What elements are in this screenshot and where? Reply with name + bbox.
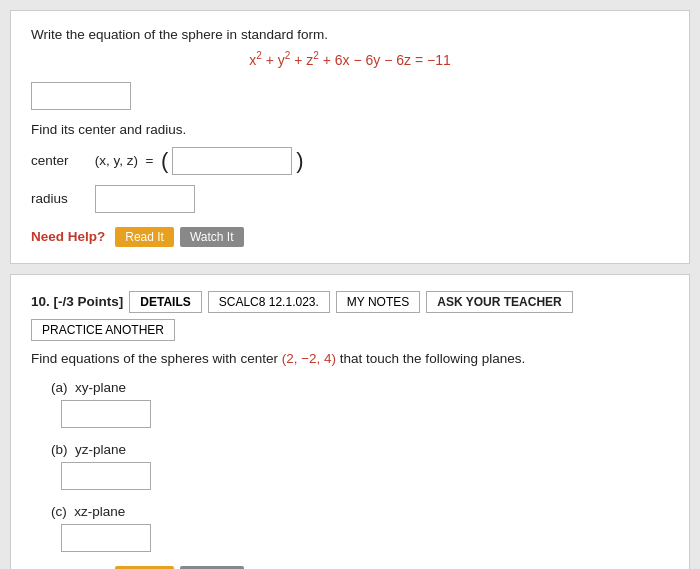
q9-need-help-row: Need Help? Read It Watch It	[31, 227, 669, 247]
q10-part-a: (a) xy-plane	[51, 380, 669, 428]
q10-part-a-input[interactable]	[61, 400, 151, 428]
q10-details-button[interactable]: DETAILS	[129, 291, 201, 313]
q10-mynotes-button[interactable]: MY NOTES	[336, 291, 420, 313]
q10-part-b-input[interactable]	[61, 462, 151, 490]
q10-number: 10. [-/3 Points]	[31, 294, 123, 309]
q9-center-label: center	[31, 153, 91, 168]
q9-instructions: Write the equation of the sphere in stan…	[31, 27, 669, 42]
q9-left-paren: (	[161, 150, 168, 172]
q10-part-a-label: (a) xy-plane	[51, 380, 669, 395]
q10-practice-button[interactable]: PRACTICE ANOTHER	[31, 319, 175, 341]
q10-askyour-button[interactable]: ASK YOUR TEACHER	[426, 291, 572, 313]
q10-part-b: (b) yz-plane	[51, 442, 669, 490]
q10-read-it-button[interactable]: Read It	[115, 566, 174, 569]
q10-center-coord: (2, −2, 4)	[282, 351, 336, 366]
q9-radius-label: radius	[31, 191, 91, 206]
q9-need-help-label: Need Help?	[31, 229, 105, 244]
q9-center-prefix: (x, y, z) =	[91, 153, 161, 168]
q9-center-input[interactable]	[172, 147, 292, 175]
q10-part-c-label: (c) xz-plane	[51, 504, 669, 519]
q10-need-help-row: Need Help? Read It Watch It	[31, 566, 669, 569]
question-9-block: Write the equation of the sphere in stan…	[10, 10, 690, 264]
q9-radius-input[interactable]	[95, 185, 195, 213]
q10-problem-text: Find equations of the spheres with cente…	[31, 351, 669, 366]
q9-find-label: Find its center and radius.	[31, 122, 669, 137]
q10-part-c: (c) xz-plane	[51, 504, 669, 552]
q10-header: 10. [-/3 Points] DETAILS SCALC8 12.1.023…	[31, 291, 669, 341]
q9-equation: x2 + y2 + z2 + 6x − 6y − 6z = −11	[31, 50, 669, 68]
q9-answer-input-box[interactable]	[31, 82, 131, 110]
q9-watch-it-button[interactable]: Watch It	[180, 227, 244, 247]
q9-read-it-button[interactable]: Read It	[115, 227, 174, 247]
q10-part-b-label: (b) yz-plane	[51, 442, 669, 457]
q9-equation-text: x2 + y2 + z2 + 6x − 6y − 6z = −11	[249, 52, 451, 68]
q9-right-paren: )	[296, 150, 303, 172]
q10-part-c-input[interactable]	[61, 524, 151, 552]
question-10-block: 10. [-/3 Points] DETAILS SCALC8 12.1.023…	[10, 274, 690, 569]
q10-calcref-button[interactable]: SCALC8 12.1.023.	[208, 291, 330, 313]
q10-watch-it-button[interactable]: Watch It	[180, 566, 244, 569]
